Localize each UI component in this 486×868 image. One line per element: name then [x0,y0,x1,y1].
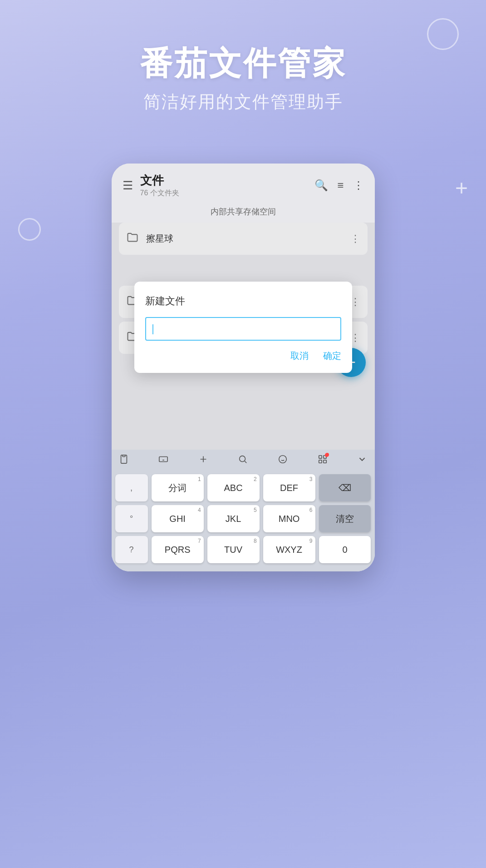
key-fenci-label: 分词 [168,482,187,494]
svg-rect-4 [319,456,322,458]
keyboard-icon[interactable] [158,454,168,467]
key-1-num: 1 [198,476,201,482]
key-abc-label: ABC [224,483,243,493]
key-jkl[interactable]: 5 JKL [207,505,260,532]
svg-rect-1 [159,457,167,462]
key-pqrs-label: PQRS [165,545,191,555]
key-clear[interactable]: 清空 [319,505,371,532]
key-mno[interactable]: 6 MNO [263,505,315,532]
key-fenci[interactable]: 1 分词 [152,474,204,501]
key-wxyz-label: WXYZ [276,545,302,555]
more-icon[interactable]: ⋮ [353,179,364,192]
key-4-num: 4 [198,507,201,513]
key-clear-label: 清空 [336,513,354,525]
key-question[interactable]: ? [115,536,148,563]
key-tuv[interactable]: 8 TUV [207,536,260,563]
key-5-num: 5 [254,507,257,513]
key-abc[interactable]: 2 ABC [207,474,260,501]
search-icon[interactable]: 🔍 [314,179,328,192]
key-ghi-label: GHI [169,514,186,524]
header-section: 番茄文件管家 简洁好用的文件管理助手 [0,0,486,114]
key-backspace-label: ⌫ [339,482,351,493]
keyboard-toolbar [112,450,375,471]
sort-icon[interactable]: ≡ [337,179,344,192]
kb-row-2: ° 4 GHI 5 JKL 6 MNO 清空 [115,505,371,532]
kb-row-3: ? 7 PQRS 8 TUV 9 WXYZ 0 [115,536,371,563]
key-3-num: 3 [309,476,313,482]
kb-row-1: , 1 分词 2 ABC 3 DEF ⌫ [115,474,371,501]
key-degree-label: ° [130,514,133,524]
svg-rect-0 [123,455,125,457]
red-dot [325,453,329,457]
grid-icon[interactable] [318,454,328,467]
title-group: 文件 76 个文件夹 [140,173,315,198]
app-bar: ☰ 文件 76 个文件夹 🔍 ≡ ⋮ [112,164,375,202]
svg-point-2 [240,456,245,462]
cancel-button[interactable]: 取消 [290,350,309,362]
emoji-icon[interactable] [278,454,288,467]
file-list: 擦星球 ⋮ 新建文件 取消 确定 [112,223,375,450]
bg-plus-right: + [455,177,468,199]
app-title: 番茄文件管家 [0,45,486,81]
clipboard-icon[interactable] [119,454,129,467]
storage-label: 内部共享存储空间 [112,202,375,223]
key-ghi[interactable]: 4 GHI [152,505,204,532]
cursor-icon[interactable] [198,454,208,467]
menu-icon[interactable]: ☰ [123,179,133,193]
phone-mockup: ☰ 文件 76 个文件夹 🔍 ≡ ⋮ 内部共享存储空间 [112,164,375,571]
app-bar-title: 文件 [140,173,315,188]
chevron-down-icon[interactable] [357,454,367,467]
search-keyboard-icon[interactable] [238,454,248,467]
key-zero[interactable]: 0 [319,536,371,563]
text-cursor [152,324,153,334]
key-6-num: 6 [309,507,313,513]
keyboard: , 1 分词 2 ABC 3 DEF ⌫ [112,471,375,571]
key-degree[interactable]: ° [115,505,148,532]
key-def[interactable]: 3 DEF [263,474,315,501]
confirm-button[interactable]: 确定 [323,350,341,362]
key-tuv-label: TUV [224,545,242,555]
dialog-actions: 取消 确定 [145,350,341,366]
app-bar-icons: 🔍 ≡ ⋮ [314,179,363,192]
app-subtitle: 简洁好用的文件管理助手 [0,90,486,114]
key-7-num: 7 [198,538,201,544]
new-file-dialog: 新建文件 取消 确定 [134,282,352,373]
key-jkl-label: JKL [226,514,241,524]
bg-circle-left [18,218,41,241]
key-comma-label: , [130,483,133,493]
key-zero-label: 0 [342,545,347,555]
key-pqrs[interactable]: 7 PQRS [152,536,204,563]
key-wxyz[interactable]: 9 WXYZ [263,536,315,563]
svg-rect-7 [324,460,326,463]
key-mno-label: MNO [279,514,300,524]
dialog-overlay: 新建文件 取消 确定 [112,223,375,450]
phone-inner: ☰ 文件 76 个文件夹 🔍 ≡ ⋮ 内部共享存储空间 [112,164,375,571]
app-bar-subtitle: 76 个文件夹 [140,188,315,198]
svg-rect-6 [319,460,322,463]
dialog-input[interactable] [145,317,341,341]
key-question-label: ? [129,545,134,555]
key-def-label: DEF [280,483,298,493]
key-9-num: 9 [309,538,313,544]
key-comma[interactable]: , [115,474,148,501]
key-backspace[interactable]: ⌫ [319,474,371,501]
key-8-num: 8 [254,538,257,544]
dialog-title: 新建文件 [145,294,341,308]
svg-point-3 [279,456,287,463]
key-2-num: 2 [254,476,257,482]
